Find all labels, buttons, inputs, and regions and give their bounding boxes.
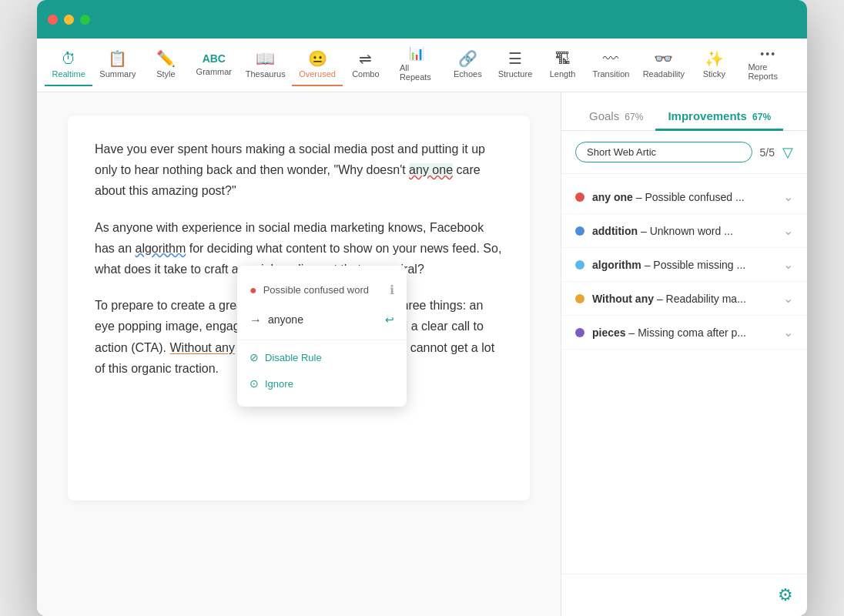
toolbar-length[interactable]: 🏗 Length [540,45,586,86]
popup-replace-icon[interactable]: ↩ [385,311,394,330]
tab-goals[interactable]: Goals 67% [577,103,655,131]
more-icon: ••• [760,49,776,59]
panel-tabs: Goals 67% Improvements 67% [561,92,807,131]
imp-word-pieces: pieces [592,326,626,339]
structure-label: Structure [498,69,533,79]
all-repeats-label: All Repeats [400,63,434,82]
popup-disable-rule[interactable]: ⊘ Disable Rule [237,345,407,371]
popup-suggestion-word: anyone [268,311,303,330]
sticky-icon: ✨ [705,51,724,66]
thesaurus-label: Thesaurus [246,69,286,79]
any-one-highlight[interactable]: any one [409,163,453,176]
imp-desc-pieces: – Missing coma after p... [628,326,746,339]
grammar-label: Grammar [196,67,232,76]
readability-label: Readability [643,69,685,79]
paragraph-1: Have you ever spent hours making a socia… [95,139,503,202]
chevron-down-icon-4[interactable]: ⌄ [783,291,793,306]
grammar-icon: ABC [203,53,226,64]
toolbar-readability[interactable]: 👓 Readability [636,45,691,86]
editor-area[interactable]: Have you ever spent hours making a socia… [37,92,561,616]
app-window: ⏱ Realtime 📋 Summary ✏️ Style ABC Gramma… [37,0,807,616]
popup-ignore[interactable]: ⊙ Ignore [237,371,407,397]
filter-count: 5/5 [760,146,775,159]
filter-icon[interactable]: ▽ [782,144,793,161]
length-icon: 🏗 [555,51,571,66]
goals-pct: 67% [625,112,643,122]
imp-dot-purple [575,328,584,337]
suggestion-popup: ● Possible confused word ℹ → anyone ↩ ⊘ … [237,266,407,407]
length-label: Length [550,69,576,79]
imp-dot-red [575,192,584,202]
imp-text-addtition: addtition – Unknown word ... [592,225,775,237]
imp-desc-any-one: – Possible confused ... [636,191,745,203]
imp-text-any-one: any one – Possible confused ... [592,191,775,203]
filter-row: Short Web Artic 5/5 ▽ [561,131,807,174]
imp-dot-blue [575,226,584,236]
imp-desc-algorithm: – Possible missing ... [645,259,746,271]
all-repeats-icon: 📊 [409,48,424,60]
toolbar-more[interactable]: ••• More Reports [737,42,799,89]
popup-divider [237,340,407,340]
summary-label: Summary [99,69,136,79]
toolbar-sticky[interactable]: ✨ Sticky [691,45,737,86]
without-any-highlight[interactable]: Without any [170,341,235,354]
toolbar-combo[interactable]: ⇌ Combo [343,45,389,86]
chevron-down-icon-3[interactable]: ⌄ [783,257,793,272]
popup-dot: ● [250,280,257,300]
close-button[interactable] [48,15,58,25]
disable-icon: ⊘ [250,349,259,367]
realtime-icon: ⏱ [61,51,76,66]
filter-text: Short Web Artic [587,146,656,158]
toolbar-overused[interactable]: 😐 Overused [292,45,343,86]
titlebar [37,0,807,38]
toolbar-grammar[interactable]: ABC Grammar [189,47,239,84]
imp-word-without-any: Without any [592,293,654,305]
maximize-button[interactable] [80,15,90,25]
style-icon: ✏️ [156,51,176,66]
tab-improvements[interactable]: Improvements 67% [655,103,783,131]
improvement-item-addtition[interactable]: addtition – Unknown word ... ⌄ [561,214,807,248]
chevron-down-icon[interactable]: ⌄ [783,189,793,204]
realtime-label: Realtime [52,69,85,79]
popup-suggestion[interactable]: → anyone ↩ [237,305,407,335]
structure-icon: ☰ [508,51,522,66]
imp-word-addtition: addtition [592,225,638,237]
right-panel: Goals 67% Improvements 67% Short Web Art… [561,92,807,616]
echoes-label: Echoes [454,69,482,79]
settings-icon[interactable]: ⚙ [778,585,793,605]
improvement-item-pieces[interactable]: pieces – Missing coma after p... ⌄ [561,316,807,350]
popup-error-type: ● Possible confused word ℹ [237,275,407,305]
toolbar-all-repeats[interactable]: 📊 All Repeats [389,42,444,89]
overused-icon: 😐 [308,51,327,66]
improvement-item-algorithm[interactable]: algorithm – Possible missing ... ⌄ [561,248,807,282]
sticky-label: Sticky [703,69,725,79]
imp-desc-without-any: – Readability ma... [657,293,746,305]
imp-desc-addtition: – Unknown word ... [641,225,733,237]
transition-label: Transition [593,69,630,79]
improvement-item-any-one[interactable]: any one – Possible confused ... ⌄ [561,180,807,214]
improvements-list: any one – Possible confused ... ⌄ addtit… [561,174,807,574]
chevron-down-icon-5[interactable]: ⌄ [783,325,793,340]
filter-badge[interactable]: Short Web Artic [575,142,752,162]
toolbar-realtime[interactable]: ⏱ Realtime [45,45,92,86]
chevron-down-icon-2[interactable]: ⌄ [783,223,793,238]
toolbar-style[interactable]: ✏️ Style [142,45,189,86]
popup-info-icon[interactable]: ℹ [390,280,394,300]
toolbar-echoes[interactable]: 🔗 Echoes [444,45,491,86]
improvement-item-without-any[interactable]: Without any – Readability ma... ⌄ [561,282,807,316]
editor-text[interactable]: Have you ever spent hours making a socia… [68,116,530,500]
algorithm-highlight[interactable]: algorithm [135,242,186,255]
toolbar-thesaurus[interactable]: 📖 Thesaurus [239,45,292,86]
toolbar-summary[interactable]: 📋 Summary [92,45,142,86]
minimize-button[interactable] [64,15,74,25]
toolbar-transition[interactable]: 〰 Transition [586,45,637,86]
imp-text-without-any: Without any – Readability ma... [592,293,775,305]
style-label: Style [156,69,175,79]
readability-icon: 👓 [654,51,673,66]
improvements-pct: 67% [752,112,771,122]
imp-dot-orange [575,294,584,303]
toolbar: ⏱ Realtime 📋 Summary ✏️ Style ABC Gramma… [37,38,807,92]
more-label: More Reports [748,62,789,81]
thesaurus-icon: 📖 [256,51,275,66]
toolbar-structure[interactable]: ☰ Structure [491,45,539,86]
